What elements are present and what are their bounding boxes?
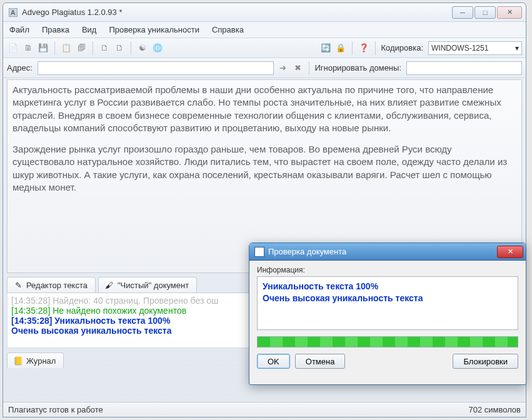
refresh-icon[interactable]: 🔄 xyxy=(319,42,332,54)
separator xyxy=(131,41,131,55)
lock-icon[interactable]: 🔒 xyxy=(334,42,347,54)
dialog-icon xyxy=(254,247,264,257)
svg-text:A: A xyxy=(11,9,16,16)
menu-edit[interactable]: Правка xyxy=(36,23,76,36)
toolbar-address: Адрес: ➔ ✖ Игнорировать домены: xyxy=(3,58,526,78)
dialog-info-line1: Уникальность текста 100% xyxy=(263,281,513,292)
dialog-info-box: Уникальность текста 100% Очень высокая у… xyxy=(257,276,518,330)
separator xyxy=(375,41,376,55)
status-right: 702 символов xyxy=(468,405,521,414)
dialog-titlebar: Проверка документа ✕ xyxy=(249,243,526,261)
tab-journal[interactable]: 📒 Журнал xyxy=(7,352,64,368)
stop-icon[interactable]: ✖ xyxy=(291,62,304,74)
window-title: Advego Plagiatus 1.2.0.93 * xyxy=(22,8,452,17)
notebook-icon: 📒 xyxy=(14,357,23,366)
dialog-info-label: Информация: xyxy=(257,266,518,274)
dialog-close-button[interactable]: ✕ xyxy=(497,246,523,258)
doc1-icon[interactable]: 🗋 xyxy=(98,42,111,54)
progress-bar-fill xyxy=(258,337,518,347)
locks-button[interactable]: Блокировки xyxy=(453,354,518,369)
dialog-body: Информация: Уникальность текста 100% Оче… xyxy=(249,261,526,375)
menu-file[interactable]: Файл xyxy=(3,23,36,36)
doc2-icon[interactable]: 🗋 xyxy=(113,42,126,54)
app-icon: A xyxy=(8,8,18,18)
window-controls: ─ □ ✕ xyxy=(452,6,522,19)
tab-journal-label: Журнал xyxy=(26,356,56,366)
tab-editor[interactable]: ✎ Редактор текста xyxy=(7,277,96,292)
encoding-label: Кодировка: xyxy=(381,43,423,52)
close-button[interactable]: ✕ xyxy=(497,6,522,19)
statusbar: Плагиатус готов к работе 702 символов xyxy=(3,402,526,417)
yinyang-icon[interactable]: ☯ xyxy=(136,42,149,54)
tab-clean[interactable]: 🖌 "Чистый" документ xyxy=(98,277,197,292)
toolbar-main: 📄 🗎 💾 📋 🗐 🗋 🗋 ☯ 🌐 🔄 🔒 ❓ Кодировка: WINDO… xyxy=(3,38,526,58)
menu-check[interactable]: Проверка уникальности xyxy=(103,23,205,36)
address-label: Адрес: xyxy=(7,63,33,72)
save-icon[interactable]: 💾 xyxy=(37,42,49,54)
pencil-icon: ✎ xyxy=(14,281,23,290)
dialog-title: Проверка документа xyxy=(268,247,497,256)
help-icon[interactable]: ❓ xyxy=(358,42,370,54)
tab-editor-label: Редактор текста xyxy=(26,281,88,290)
ignore-domains-label: Игнорировать домены: xyxy=(314,63,401,72)
globe-icon[interactable]: 🌐 xyxy=(151,42,164,54)
minimize-button[interactable]: ─ xyxy=(452,6,473,19)
encoding-value: WINDOWS-1251 xyxy=(431,44,488,52)
chevron-down-icon: ▾ xyxy=(515,44,519,52)
paste-icon[interactable]: 🗐 xyxy=(75,42,88,54)
ok-button[interactable]: OK xyxy=(257,354,290,369)
menu-view[interactable]: Вид xyxy=(76,23,103,36)
maximize-button[interactable]: □ xyxy=(474,6,496,19)
separator xyxy=(309,61,309,75)
menu-help[interactable]: Справка xyxy=(206,23,250,36)
dialog-info-line2: Очень высокая уникальность текста xyxy=(263,292,513,304)
ignore-domains-input[interactable] xyxy=(406,61,522,75)
titlebar: A Advego Plagiatus 1.2.0.93 * ─ □ ✕ xyxy=(3,3,526,22)
tab-clean-label: "Чистый" документ xyxy=(118,281,189,290)
check-dialog: Проверка документа ✕ Информация: Уникаль… xyxy=(249,242,526,385)
dialog-progress xyxy=(257,336,518,348)
new-file-icon[interactable]: 📄 xyxy=(7,42,19,54)
separator xyxy=(54,41,55,55)
open-html-icon[interactable]: 🗎 xyxy=(22,42,34,54)
text-paragraph: Актуальность рассматриваемой проблемы в … xyxy=(13,84,516,134)
cancel-button[interactable]: Отмена xyxy=(295,354,346,369)
status-left: Плагиатус готов к работе xyxy=(8,405,103,414)
copy-icon[interactable]: 📋 xyxy=(60,42,73,54)
address-input[interactable] xyxy=(38,61,274,75)
separator xyxy=(352,41,353,55)
menubar: Файл Правка Вид Проверка уникальности Сп… xyxy=(3,22,526,38)
go-icon[interactable]: ➔ xyxy=(276,62,289,74)
encoding-select[interactable]: WINDOWS-1251 ▾ xyxy=(428,41,522,55)
text-paragraph: Зарождение рынка услуг произошло гораздо… xyxy=(13,143,516,194)
brush-icon: 🖌 xyxy=(105,281,114,290)
dialog-buttons: OK Отмена Блокировки xyxy=(257,354,518,369)
separator xyxy=(93,41,93,55)
